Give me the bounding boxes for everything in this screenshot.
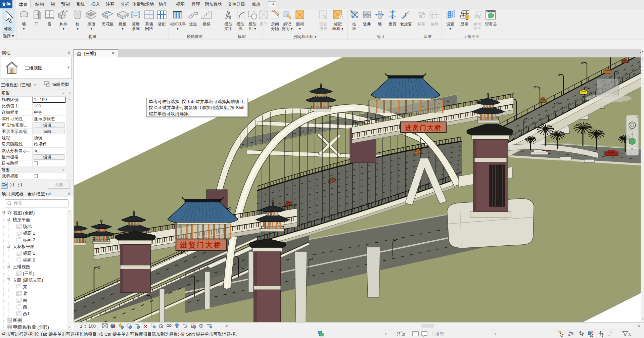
svg-text:▾: ▾ bbox=[631, 133, 633, 136]
svg-text:进贤门大桥: 进贤门大桥 bbox=[405, 124, 442, 131]
svg-text:A: A bbox=[18, 185, 20, 188]
svg-text:▾: ▾ bbox=[631, 147, 633, 151]
svg-text::0: :0 bbox=[628, 332, 631, 336]
svg-text:Z: Z bbox=[10, 185, 11, 188]
svg-text::0: :0 bbox=[402, 332, 405, 336]
svg-text:1: 1 bbox=[419, 11, 420, 13]
svg-text:1: 1 bbox=[340, 16, 342, 19]
svg-text:✕: ✕ bbox=[636, 116, 639, 119]
svg-text:进贤门大桥: 进贤门大桥 bbox=[180, 241, 222, 249]
